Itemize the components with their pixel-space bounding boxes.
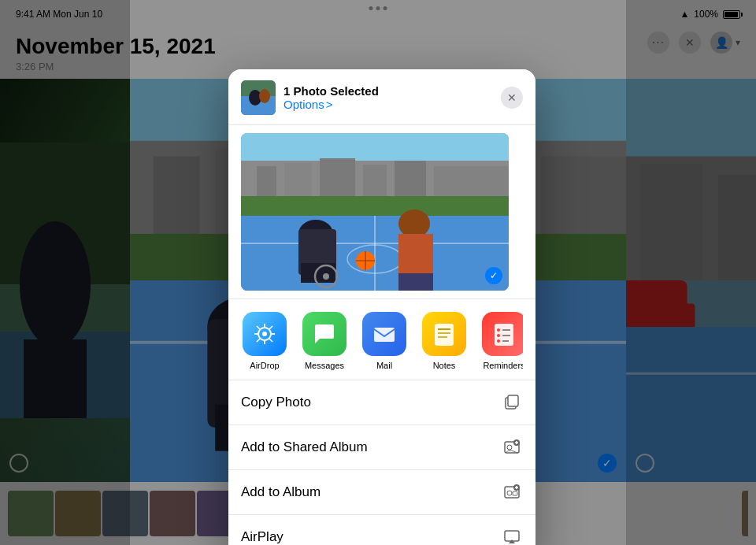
airdrop-icon <box>243 312 287 356</box>
svg-rect-74 <box>435 324 454 346</box>
add-album-icon <box>501 481 523 503</box>
svg-rect-66 <box>398 273 416 291</box>
copy-photo-label: Copy Photo <box>241 395 311 410</box>
svg-point-44 <box>259 89 270 103</box>
messages-icon <box>302 312 346 356</box>
mail-label: Mail <box>376 361 392 370</box>
airplay-label: AirPlay <box>241 529 284 545</box>
status-right: ▲ 100% <box>680 9 740 20</box>
svg-rect-54 <box>241 196 509 216</box>
reminders-label: Reminders <box>483 361 523 370</box>
add-shared-album-label: Add to Shared Album <box>241 439 368 455</box>
status-time: 9:41 AM Mon Jun 10 <box>16 9 102 20</box>
svg-point-63 <box>323 273 329 280</box>
share-header-info: 1 Photo Selected Options > <box>284 84 379 111</box>
airplay-action[interactable]: AirPlay <box>228 515 536 545</box>
share-app-airdrop[interactable]: AirDrop <box>241 312 288 370</box>
battery-icon <box>723 10 740 19</box>
svg-point-100 <box>507 491 512 495</box>
share-preview-checkmark: ✓ <box>485 267 502 284</box>
svg-point-64 <box>398 209 430 238</box>
messages-label: Messages <box>305 361 344 370</box>
add-shared-album-icon <box>501 436 523 458</box>
notes-icon <box>422 312 466 356</box>
svg-point-95 <box>507 445 512 450</box>
svg-point-72 <box>262 332 267 336</box>
battery-level: 100% <box>694 9 718 20</box>
share-header-left: 1 Photo Selected Options > <box>241 80 379 115</box>
mail-icon <box>362 312 406 356</box>
share-preview-item[interactable]: ✓ <box>241 133 509 291</box>
status-bar: 9:41 AM Mon Jun 10 ▲ 100% <box>0 0 756 28</box>
svg-rect-46 <box>241 133 509 165</box>
share-action-list: Copy Photo Add to Shared Album <box>228 380 536 545</box>
svg-rect-101 <box>513 491 517 495</box>
svg-rect-67 <box>416 273 433 291</box>
notes-label: Notes <box>433 361 456 370</box>
status-bar-left: 9:41 AM Mon Jun 10 <box>16 9 102 20</box>
share-preview-photo <box>241 133 509 291</box>
share-selected-count: 1 Photo Selected <box>284 84 379 98</box>
share-apps-scroll: AirDrop Messages <box>241 312 523 370</box>
ipad-screen: 9:41 AM Mon Jun 10 ▲ 100% November 15, 2… <box>0 0 756 545</box>
copy-photo-action[interactable]: Copy Photo <box>228 380 536 425</box>
share-thumbnail <box>241 80 276 115</box>
svg-rect-73 <box>374 328 395 342</box>
share-apps-row: AirDrop Messages <box>228 299 536 380</box>
add-album-label: Add to Album <box>241 484 321 500</box>
copy-photo-icon <box>501 391 523 413</box>
svg-point-79 <box>497 328 500 332</box>
svg-point-81 <box>497 334 500 337</box>
share-sheet: 1 Photo Selected Options > ✕ <box>228 69 536 545</box>
share-close-button[interactable]: ✕ <box>501 87 523 109</box>
add-album-action[interactable]: Add to Album <box>228 470 536 515</box>
wifi-icon: ▲ <box>680 9 689 20</box>
airdrop-label: AirDrop <box>250 361 279 370</box>
share-app-mail[interactable]: Mail <box>361 312 408 370</box>
share-options-button[interactable]: Options > <box>284 98 379 111</box>
svg-rect-90 <box>508 395 518 406</box>
top-dots <box>369 6 373 10</box>
share-preview-strip: ✓ <box>228 125 536 299</box>
svg-point-83 <box>497 339 500 343</box>
share-app-messages[interactable]: Messages <box>301 312 348 370</box>
share-app-reminders[interactable]: Reminders <box>480 312 523 370</box>
airplay-icon <box>501 526 523 545</box>
share-header: 1 Photo Selected Options > ✕ <box>228 69 536 125</box>
add-shared-album-action[interactable]: Add to Shared Album <box>228 425 536 470</box>
reminders-icon <box>482 312 523 356</box>
options-chevron-icon: > <box>326 98 333 111</box>
share-app-notes[interactable]: Notes <box>421 312 468 370</box>
